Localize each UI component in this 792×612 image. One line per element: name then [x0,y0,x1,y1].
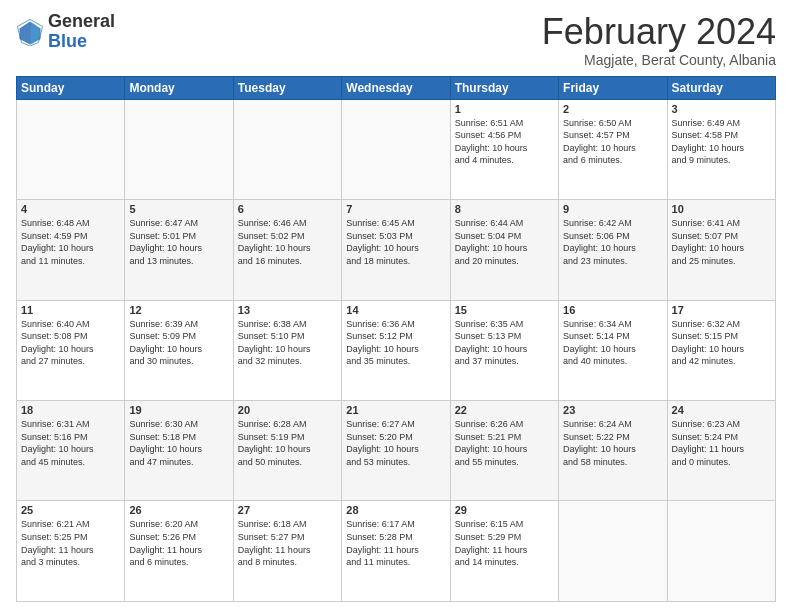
day-info: Sunrise: 6:41 AM Sunset: 5:07 PM Dayligh… [672,217,771,267]
day-info: Sunrise: 6:44 AM Sunset: 5:04 PM Dayligh… [455,217,554,267]
day-number: 21 [346,404,445,416]
calendar-cell: 28Sunrise: 6:17 AM Sunset: 5:28 PM Dayli… [342,501,450,602]
calendar-cell: 25Sunrise: 6:21 AM Sunset: 5:25 PM Dayli… [17,501,125,602]
calendar-cell: 20Sunrise: 6:28 AM Sunset: 5:19 PM Dayli… [233,401,341,501]
day-info: Sunrise: 6:51 AM Sunset: 4:56 PM Dayligh… [455,117,554,167]
logo-general: General [48,12,115,32]
day-info: Sunrise: 6:20 AM Sunset: 5:26 PM Dayligh… [129,518,228,568]
calendar-cell: 26Sunrise: 6:20 AM Sunset: 5:26 PM Dayli… [125,501,233,602]
day-number: 24 [672,404,771,416]
calendar-cell: 7Sunrise: 6:45 AM Sunset: 5:03 PM Daylig… [342,200,450,300]
calendar-body: 1Sunrise: 6:51 AM Sunset: 4:56 PM Daylig… [17,99,776,601]
calendar-header: SundayMondayTuesdayWednesdayThursdayFrid… [17,76,776,99]
main-title: February 2024 [542,12,776,52]
logo-blue: Blue [48,32,115,52]
calendar-cell: 8Sunrise: 6:44 AM Sunset: 5:04 PM Daylig… [450,200,558,300]
day-info: Sunrise: 6:42 AM Sunset: 5:06 PM Dayligh… [563,217,662,267]
day-number: 7 [346,203,445,215]
day-number: 10 [672,203,771,215]
day-info: Sunrise: 6:36 AM Sunset: 5:12 PM Dayligh… [346,318,445,368]
page: General Blue February 2024 Magjate, Bera… [0,0,792,612]
calendar-cell: 17Sunrise: 6:32 AM Sunset: 5:15 PM Dayli… [667,300,775,400]
calendar-cell: 10Sunrise: 6:41 AM Sunset: 5:07 PM Dayli… [667,200,775,300]
day-number: 9 [563,203,662,215]
calendar-cell: 1Sunrise: 6:51 AM Sunset: 4:56 PM Daylig… [450,99,558,199]
day-number: 22 [455,404,554,416]
day-number: 3 [672,103,771,115]
header-row: SundayMondayTuesdayWednesdayThursdayFrid… [17,76,776,99]
day-info: Sunrise: 6:48 AM Sunset: 4:59 PM Dayligh… [21,217,120,267]
calendar-cell: 6Sunrise: 6:46 AM Sunset: 5:02 PM Daylig… [233,200,341,300]
week-row-3: 11Sunrise: 6:40 AM Sunset: 5:08 PM Dayli… [17,300,776,400]
title-section: February 2024 Magjate, Berat County, Alb… [542,12,776,68]
day-header-wednesday: Wednesday [342,76,450,99]
day-number: 19 [129,404,228,416]
day-info: Sunrise: 6:40 AM Sunset: 5:08 PM Dayligh… [21,318,120,368]
day-number: 16 [563,304,662,316]
calendar-cell: 19Sunrise: 6:30 AM Sunset: 5:18 PM Dayli… [125,401,233,501]
day-info: Sunrise: 6:15 AM Sunset: 5:29 PM Dayligh… [455,518,554,568]
calendar-cell: 13Sunrise: 6:38 AM Sunset: 5:10 PM Dayli… [233,300,341,400]
day-number: 23 [563,404,662,416]
day-info: Sunrise: 6:32 AM Sunset: 5:15 PM Dayligh… [672,318,771,368]
calendar-cell: 5Sunrise: 6:47 AM Sunset: 5:01 PM Daylig… [125,200,233,300]
subtitle: Magjate, Berat County, Albania [542,52,776,68]
day-info: Sunrise: 6:26 AM Sunset: 5:21 PM Dayligh… [455,418,554,468]
day-number: 11 [21,304,120,316]
week-row-5: 25Sunrise: 6:21 AM Sunset: 5:25 PM Dayli… [17,501,776,602]
day-info: Sunrise: 6:18 AM Sunset: 5:27 PM Dayligh… [238,518,337,568]
day-number: 26 [129,504,228,516]
day-header-saturday: Saturday [667,76,775,99]
calendar-cell: 14Sunrise: 6:36 AM Sunset: 5:12 PM Dayli… [342,300,450,400]
day-number: 17 [672,304,771,316]
day-number: 25 [21,504,120,516]
week-row-4: 18Sunrise: 6:31 AM Sunset: 5:16 PM Dayli… [17,401,776,501]
day-number: 28 [346,504,445,516]
day-info: Sunrise: 6:23 AM Sunset: 5:24 PM Dayligh… [672,418,771,468]
day-number: 6 [238,203,337,215]
logo-text: General Blue [48,12,115,52]
day-header-friday: Friday [559,76,667,99]
day-header-thursday: Thursday [450,76,558,99]
calendar-cell: 21Sunrise: 6:27 AM Sunset: 5:20 PM Dayli… [342,401,450,501]
calendar-cell: 12Sunrise: 6:39 AM Sunset: 5:09 PM Dayli… [125,300,233,400]
day-number: 5 [129,203,228,215]
calendar-cell: 16Sunrise: 6:34 AM Sunset: 5:14 PM Dayli… [559,300,667,400]
day-number: 29 [455,504,554,516]
day-number: 12 [129,304,228,316]
day-info: Sunrise: 6:39 AM Sunset: 5:09 PM Dayligh… [129,318,228,368]
calendar-cell [17,99,125,199]
day-number: 13 [238,304,337,316]
header: General Blue February 2024 Magjate, Bera… [16,12,776,68]
logo: General Blue [16,12,115,52]
day-info: Sunrise: 6:31 AM Sunset: 5:16 PM Dayligh… [21,418,120,468]
calendar-table: SundayMondayTuesdayWednesdayThursdayFrid… [16,76,776,602]
calendar-cell: 9Sunrise: 6:42 AM Sunset: 5:06 PM Daylig… [559,200,667,300]
calendar-cell: 24Sunrise: 6:23 AM Sunset: 5:24 PM Dayli… [667,401,775,501]
day-info: Sunrise: 6:38 AM Sunset: 5:10 PM Dayligh… [238,318,337,368]
calendar-cell [559,501,667,602]
calendar-cell: 18Sunrise: 6:31 AM Sunset: 5:16 PM Dayli… [17,401,125,501]
day-info: Sunrise: 6:50 AM Sunset: 4:57 PM Dayligh… [563,117,662,167]
day-info: Sunrise: 6:30 AM Sunset: 5:18 PM Dayligh… [129,418,228,468]
calendar-cell [342,99,450,199]
day-info: Sunrise: 6:34 AM Sunset: 5:14 PM Dayligh… [563,318,662,368]
calendar-cell [667,501,775,602]
day-number: 2 [563,103,662,115]
day-info: Sunrise: 6:35 AM Sunset: 5:13 PM Dayligh… [455,318,554,368]
day-number: 1 [455,103,554,115]
day-number: 4 [21,203,120,215]
week-row-2: 4Sunrise: 6:48 AM Sunset: 4:59 PM Daylig… [17,200,776,300]
calendar-cell: 15Sunrise: 6:35 AM Sunset: 5:13 PM Dayli… [450,300,558,400]
calendar-cell: 22Sunrise: 6:26 AM Sunset: 5:21 PM Dayli… [450,401,558,501]
day-info: Sunrise: 6:28 AM Sunset: 5:19 PM Dayligh… [238,418,337,468]
day-info: Sunrise: 6:17 AM Sunset: 5:28 PM Dayligh… [346,518,445,568]
day-number: 8 [455,203,554,215]
day-number: 14 [346,304,445,316]
calendar-cell: 4Sunrise: 6:48 AM Sunset: 4:59 PM Daylig… [17,200,125,300]
week-row-1: 1Sunrise: 6:51 AM Sunset: 4:56 PM Daylig… [17,99,776,199]
day-header-sunday: Sunday [17,76,125,99]
day-number: 20 [238,404,337,416]
calendar-cell [125,99,233,199]
calendar-cell: 11Sunrise: 6:40 AM Sunset: 5:08 PM Dayli… [17,300,125,400]
